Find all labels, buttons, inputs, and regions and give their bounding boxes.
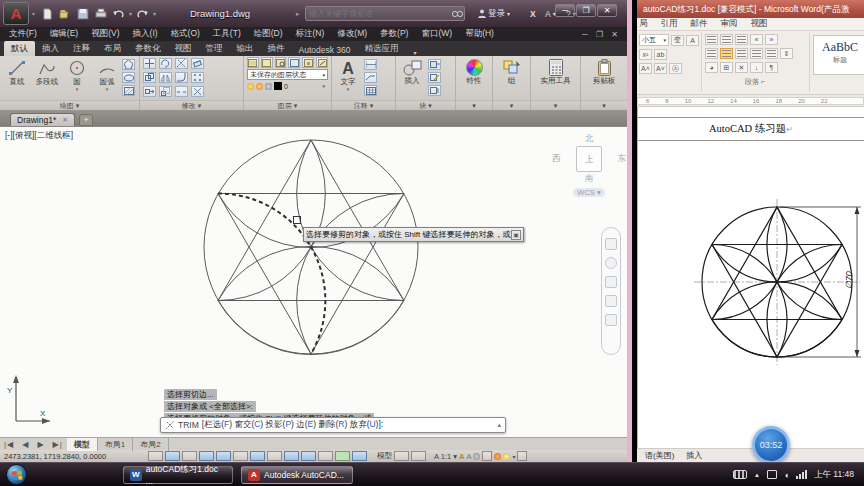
save-icon[interactable] (75, 6, 90, 21)
new-drawing-tab-button[interactable]: + (79, 114, 93, 126)
tab-output[interactable]: 输出 (230, 41, 261, 56)
distribute-icon[interactable] (765, 48, 778, 59)
redo-icon[interactable] (135, 6, 150, 21)
cleanscreen-icon[interactable] (517, 451, 527, 461)
title-arrow-icon[interactable]: ▸ (296, 10, 300, 18)
menu-insert[interactable]: 插入(I) (133, 28, 158, 40)
font-size-dropdown[interactable]: 小五▾ (639, 34, 669, 46)
tab-review[interactable]: 审阅 (721, 18, 738, 30)
draw-panel-label[interactable]: 绘图 ▾ (0, 100, 139, 110)
search-input[interactable] (306, 9, 451, 18)
doc-window-controls[interactable]: ─ ❐ ✕ (582, 30, 621, 39)
status-menu-chevron-icon[interactable]: ▾ (512, 453, 515, 460)
create-block-icon[interactable] (428, 59, 441, 70)
tab-featured-apps[interactable]: 精选应用 (357, 41, 405, 56)
enclose-characters-icon[interactable]: Ⓐ (669, 63, 682, 74)
tab-mailings[interactable]: 邮件 (691, 18, 708, 30)
borders-icon[interactable]: ⊞ (720, 62, 733, 73)
network-icon[interactable] (796, 470, 807, 479)
app-menu-chevron-icon[interactable]: ▾ (32, 10, 35, 17)
array-icon[interactable] (191, 72, 204, 83)
volume-icon[interactable]: ◖ (784, 470, 789, 480)
minimize-button[interactable]: ─ (555, 4, 575, 17)
numbering-icon[interactable] (720, 34, 733, 45)
tab-manage[interactable]: 管理 (199, 41, 230, 56)
tab-annotate[interactable]: 注释 (66, 41, 97, 56)
restore-button[interactable]: ❐ (576, 4, 596, 17)
break-icon[interactable] (175, 86, 188, 97)
lineweight-toggle[interactable] (301, 451, 316, 461)
command-line[interactable]: TRIM [栏选(F) 窗交(C) 投影(P) 边(E) 删除(R) 放弃(U)… (160, 417, 506, 433)
new-file-icon[interactable] (39, 6, 54, 21)
clipboard-button[interactable]: 剪贴板 (581, 56, 627, 86)
move-icon[interactable] (143, 58, 156, 69)
menu-draw[interactable]: 绘图(D) (254, 28, 283, 40)
language-status[interactable]: 语(美国) (645, 450, 674, 461)
circle-button[interactable]: 圆▾ (62, 57, 92, 96)
performance-icon[interactable] (494, 453, 501, 460)
layer-off-icon[interactable] (261, 57, 273, 68)
tab-parametric[interactable]: 参数化 (128, 41, 168, 56)
clock[interactable]: 上午 11:48 (814, 469, 854, 481)
ducs-toggle[interactable] (267, 451, 282, 461)
drawing-area[interactable]: [-][俯视][二维线框] 选择要修剪的对象，或按住 Shift 键选择要延伸的… (0, 126, 627, 437)
line-button[interactable]: 直线 (2, 57, 32, 96)
viewcube-south[interactable]: 南 (552, 173, 626, 185)
taskbar-autocad-button[interactable]: A Autodesk AutoCAD... (241, 466, 353, 484)
block-attributes-icon[interactable] (428, 85, 441, 96)
phonetic-guide-icon[interactable]: 变 (671, 35, 684, 46)
layer-freeze-icon[interactable] (288, 57, 300, 68)
clipboard-panel-label[interactable]: ▾ (581, 100, 627, 110)
layer-lock-icon[interactable] (302, 57, 314, 68)
tab-plugins[interactable]: 插件 (261, 41, 292, 56)
edit-block-icon[interactable] (428, 72, 441, 83)
layer-thaw-sun-icon[interactable] (256, 83, 263, 90)
layers-panel-label[interactable]: 图层 ▾ (244, 100, 331, 110)
mirror-icon[interactable] (159, 72, 172, 83)
layer-isolate-icon[interactable] (275, 57, 287, 68)
text-effects-icon[interactable]: ab (654, 49, 667, 60)
word-titlebar[interactable]: autoCAD练习1.doc [兼容模式] - Microsoft Word(产… (637, 0, 864, 18)
layout2-tab[interactable]: 布局2 (133, 438, 168, 451)
model-tab[interactable]: 模型 (67, 438, 98, 451)
transparency-toggle[interactable] (318, 451, 333, 461)
polyline-button[interactable]: 多段线 (32, 57, 62, 96)
menu-help[interactable]: 帮助(H) (465, 28, 494, 40)
layout1-tab[interactable]: 布局1 (98, 438, 133, 451)
taskbar-word-button[interactable]: W autoCAD练习1.doc ... (123, 466, 233, 484)
menu-parametric[interactable]: 参数(P) (380, 28, 408, 40)
viewcube-top-face[interactable]: 上 (576, 146, 602, 172)
viewcube-west[interactable]: 西 (552, 153, 561, 165)
annotation-scale-button[interactable]: A 1:1 ▾ (434, 452, 457, 461)
modify-panel-label[interactable]: 修改 ▾ (140, 100, 243, 110)
layout-quickview-icon[interactable] (394, 451, 409, 461)
utilities-button[interactable]: 实用工具 (531, 56, 580, 86)
layout-nav-prev-icon[interactable]: ◀ (18, 440, 33, 449)
open-file-icon[interactable] (57, 6, 72, 21)
signin-button[interactable]: 登录▾ (478, 8, 510, 20)
annotation-panel-label[interactable]: 注释 ▾ (332, 100, 395, 110)
layout-nav-last-icon[interactable]: ▶| (49, 440, 67, 449)
align-center-icon[interactable] (720, 48, 733, 59)
pan-icon[interactable] (605, 257, 617, 269)
menu-view[interactable]: 视图(V) (91, 28, 119, 40)
otrack-toggle[interactable] (250, 451, 265, 461)
ellipse-icon[interactable] (122, 72, 135, 83)
menu-dimension[interactable]: 标注(N) (296, 28, 325, 40)
styles-gallery-cell[interactable]: AaBbC 标题 (813, 35, 864, 75)
drawing-quickview-icon[interactable] (411, 451, 426, 461)
decrease-indent-icon[interactable]: « (750, 34, 763, 45)
document-page[interactable]: AutoCAD 练习题↵ ∅70 (637, 107, 864, 448)
osnap-toggle[interactable] (216, 451, 231, 461)
justify-icon[interactable] (750, 48, 763, 59)
layer-properties-icon[interactable] (247, 57, 259, 68)
toolbar-lock-icon[interactable] (482, 451, 492, 461)
print-icon[interactable] (93, 6, 108, 21)
tab-home[interactable]: 默认 (4, 41, 35, 56)
layer-match-icon[interactable] (316, 57, 328, 68)
wcs-dropdown[interactable]: WCS ▾ (573, 188, 604, 197)
binoculars-search-icon[interactable] (451, 9, 464, 19)
layer-dropdown-icon[interactable]: ▾ (322, 83, 325, 89)
layout-nav-first-icon[interactable]: |◀ (0, 440, 18, 449)
hatch-icon[interactable] (122, 85, 135, 96)
